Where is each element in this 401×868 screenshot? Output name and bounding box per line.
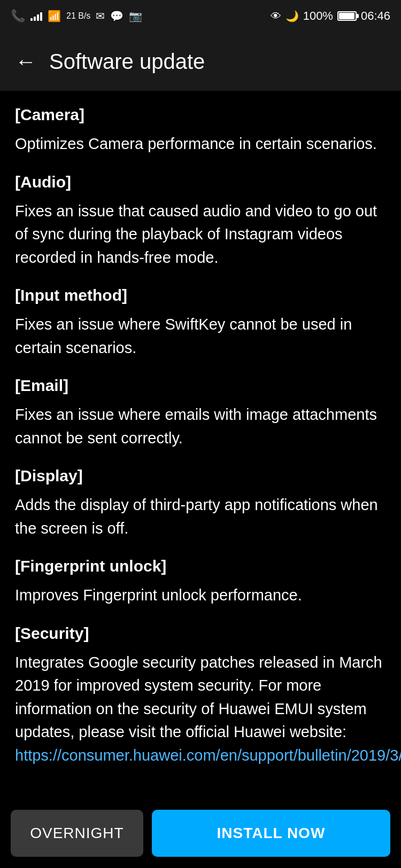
install-now-button[interactable]: INSTALL NOW — [152, 810, 390, 857]
signal-bars-icon — [30, 11, 42, 21]
section-audio-text: Fixes an issue that caused audio and vid… — [15, 200, 386, 270]
section-email-text: Fixes an issue where emails with image a… — [15, 403, 386, 450]
section-input-method-text: Fixes an issue where SwiftKey cannot be … — [15, 313, 386, 359]
section-display: [Display] Adds the display of third-part… — [15, 467, 386, 540]
whatsapp-icon: 💬 — [110, 10, 124, 22]
section-security: [Security] Integrates Google security pa… — [15, 624, 386, 768]
clock: 06:46 — [361, 9, 390, 23]
moon-icon: 🌙 — [286, 10, 299, 22]
battery-icon — [337, 11, 357, 21]
phone-icon: 📞 — [11, 9, 25, 23]
eye-icon: 👁 — [271, 10, 281, 22]
toolbar: ← Software update — [0, 32, 401, 91]
data-speed: 21 B/s — [66, 11, 90, 21]
section-camera-text: Optimizes Camera performance in certain … — [15, 132, 386, 156]
security-link[interactable]: https://consumer.huawei.com/en/support/b… — [15, 747, 401, 764]
battery-percentage: 100% — [303, 9, 333, 23]
page-title: Software update — [49, 50, 205, 74]
content-area: [Camera] Optimizes Camera performance in… — [0, 91, 401, 868]
section-fingerprint-header: [Fingerprint unlock] — [15, 557, 386, 575]
section-input-method: [Input method] Fixes an issue where Swif… — [15, 286, 386, 359]
section-fingerprint-text: Improves Fingerprint unlock performance. — [15, 584, 386, 607]
section-email-header: [Email] — [15, 377, 386, 395]
status-bar: 📞 📶 21 B/s ✉ 💬 📷 👁 🌙 100% 06:46 — [0, 0, 401, 32]
section-display-header: [Display] — [15, 467, 386, 485]
section-email: [Email] Fixes an issue where emails with… — [15, 377, 386, 450]
section-camera-header: [Camera] — [15, 106, 386, 124]
status-right: 👁 🌙 100% 06:46 — [271, 9, 390, 23]
section-camera: [Camera] Optimizes Camera performance in… — [15, 106, 386, 156]
status-left: 📞 📶 21 B/s ✉ 💬 📷 — [11, 9, 142, 23]
section-display-text: Adds the display of third-party app noti… — [15, 494, 386, 540]
wifi-icon: 📶 — [48, 10, 61, 22]
overnight-button[interactable]: OVERNIGHT — [11, 810, 143, 857]
section-security-header: [Security] — [15, 624, 386, 643]
instagram-icon: 📷 — [129, 10, 142, 22]
section-fingerprint: [Fingerprint unlock] Improves Fingerprin… — [15, 557, 386, 607]
section-security-text: Integrates Google security patches relea… — [15, 651, 386, 768]
section-input-method-header: [Input method] — [15, 286, 386, 304]
back-button[interactable]: ← — [15, 51, 36, 72]
gmail-icon: ✉ — [96, 10, 105, 22]
section-audio: [Audio] Fixes an issue that caused audio… — [15, 173, 386, 270]
section-audio-header: [Audio] — [15, 173, 386, 191]
bottom-bar: OVERNIGHT INSTALL NOW — [0, 799, 401, 868]
